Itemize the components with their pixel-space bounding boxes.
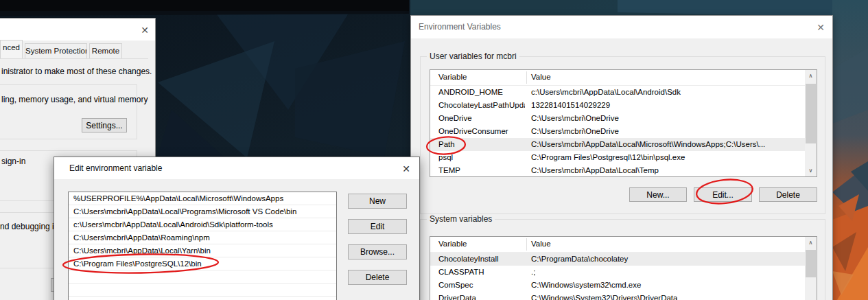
scroll-down-icon[interactable]: ∨ xyxy=(805,165,817,176)
new-button[interactable]: New xyxy=(348,194,407,209)
tab-system-protection[interactable]: System Protection xyxy=(25,43,87,58)
table-row[interactable]: DriverData C:\Windows\System32\Drivers\D… xyxy=(430,292,805,300)
dialog-title: Edit environment variable xyxy=(69,163,162,173)
table-header[interactable]: Variable Value xyxy=(430,70,805,86)
table-row[interactable]: CLASSPATH .; xyxy=(430,266,805,279)
path-entry[interactable]: %USERPROFILE%\AppData\Local\Microsoft\Wi… xyxy=(69,192,336,205)
performance-settings-button[interactable]: Settings... xyxy=(82,118,127,132)
scrollbar-thumb[interactable] xyxy=(806,84,816,143)
path-entry[interactable]: c:\Users\mcbri\AppData\Local\Android\Sdk… xyxy=(69,218,336,231)
close-icon[interactable]: ✕ xyxy=(400,163,412,175)
browse-button[interactable]: Browse... xyxy=(348,244,407,259)
column-divider[interactable] xyxy=(526,71,527,84)
system-variables-table[interactable]: Variable Value ChocolateyInstall C:\Prog… xyxy=(430,236,817,300)
scroll-up-icon[interactable]: ∧ xyxy=(805,70,817,82)
tab-advanced[interactable]: nced xyxy=(0,40,23,59)
edit-environment-variable-dialog: Edit environment variable ✕ %USERPROFILE… xyxy=(54,157,420,300)
user-new-button[interactable]: New... xyxy=(629,187,687,202)
table-row[interactable]: OneDriveConsumer C:\Users\mcbri\OneDrive xyxy=(430,125,805,138)
user-delete-button[interactable]: Delete xyxy=(759,187,817,202)
table-row[interactable]: ComSpec C:\Windows\system32\cmd.exe xyxy=(430,279,805,292)
edit-button[interactable]: Edit xyxy=(348,219,407,234)
system-properties-titlebar xyxy=(0,19,155,41)
delete-button[interactable]: Delete xyxy=(348,270,407,285)
user-variables-table[interactable]: Variable Value ANDROID_HOME c:\Users\mcb… xyxy=(430,69,817,177)
table-row[interactable]: OneDrive C:\Users\mcbri\OneDrive xyxy=(430,112,805,125)
screenshot-stage: { "icons": { "close": "\u2715", "scroll_… xyxy=(0,0,868,300)
performance-description-text: ling, memory usage, and virtual memory xyxy=(1,95,148,104)
path-entry[interactable]: C:\Users\mcbri\AppData\Local\Programs\Mi… xyxy=(69,205,336,218)
table-row[interactable]: ChocolateyLastPathUpdate 132281401514029… xyxy=(430,99,805,112)
column-header-value[interactable]: Value xyxy=(531,240,551,248)
table-row[interactable]: psql C:\Program Files\Postgresql\12\bin\… xyxy=(430,151,805,164)
column-header-variable[interactable]: Variable xyxy=(438,73,467,81)
column-header-value[interactable]: Value xyxy=(531,73,551,81)
path-entry[interactable]: C:\Users\mcbri\AppData\Roaming\npm xyxy=(69,231,336,244)
column-divider[interactable] xyxy=(526,238,527,251)
close-icon[interactable]: ✕ xyxy=(814,21,827,34)
scroll-up-icon[interactable]: ∧ xyxy=(805,237,817,249)
system-variables-group-label: System variables xyxy=(427,214,495,224)
path-entry-postgres[interactable]: C:\Program Files\PostgreSQL\12\bin xyxy=(69,257,336,270)
vertical-scrollbar[interactable]: ∧ xyxy=(805,237,817,300)
table-row-path-selected[interactable]: Path C:\Users\mcbri\AppData\Local\Micros… xyxy=(430,138,805,151)
user-profiles-description-text: sign-in xyxy=(1,157,25,166)
tab-remote[interactable]: Remote xyxy=(89,43,122,58)
vertical-scrollbar[interactable]: ∧ ∨ xyxy=(805,70,817,176)
close-icon[interactable]: ✕ xyxy=(139,24,151,36)
tab-strip-divider xyxy=(0,58,148,59)
user-variables-group-label: User variables for mcbri xyxy=(427,51,519,61)
column-header-variable[interactable]: Variable xyxy=(438,240,467,248)
table-row-selected[interactable]: ChocolateyInstall C:\ProgramData\chocola… xyxy=(430,253,805,266)
path-entry[interactable]: C:\Users\mcbri\AppData\Local\Yarn\bin xyxy=(69,244,336,257)
user-edit-button[interactable]: Edit... xyxy=(694,187,752,202)
table-row[interactable]: TEMP C:\Users\mcbri\AppData\Local\Temp xyxy=(430,164,805,177)
environment-variables-dialog: Environment Variables ✕ User variables f… xyxy=(410,15,833,300)
scrollbar-thumb[interactable] xyxy=(806,250,816,277)
dialog-title: Environment Variables xyxy=(419,22,501,32)
admin-note-text: inistrator to make most of these changes… xyxy=(1,67,152,76)
table-header[interactable]: Variable Value xyxy=(430,237,805,253)
table-row[interactable]: ANDROID_HOME c:\Users\mcbri\AppData\Loca… xyxy=(430,86,805,99)
path-entries-listbox[interactable]: %USERPROFILE%\AppData\Local\Microsoft\Wi… xyxy=(68,192,337,300)
